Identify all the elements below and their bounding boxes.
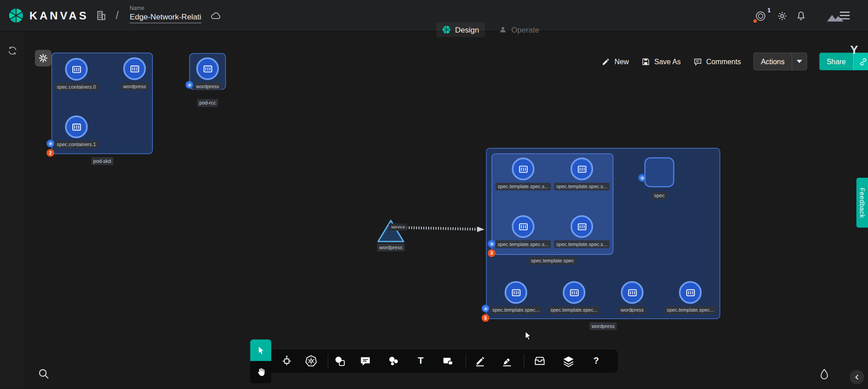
text-tool[interactable]: T xyxy=(411,352,430,371)
group-spec-template-spec[interactable] xyxy=(491,153,613,255)
pen-tool[interactable] xyxy=(498,352,517,371)
help-tool[interactable]: ? xyxy=(587,352,606,371)
save-floppy-icon xyxy=(641,57,651,66)
save-as-button[interactable]: Save As xyxy=(641,57,681,66)
component-icon xyxy=(280,355,293,368)
drawer-icon xyxy=(533,355,546,368)
node-spec.template.spec...[interactable] xyxy=(563,281,585,304)
notifications-bell-icon[interactable] xyxy=(795,10,807,22)
kubernetes-badge-icon xyxy=(489,241,494,246)
context-count-badge: 1 xyxy=(768,7,771,13)
pan-tool[interactable] xyxy=(250,361,271,383)
comment-tool[interactable] xyxy=(356,352,375,371)
cloud-sync-icon[interactable] xyxy=(209,10,222,22)
bubbles-icon xyxy=(387,355,400,368)
component-tool[interactable] xyxy=(277,352,296,371)
kanvas-logo-text: KANVAS xyxy=(29,9,89,22)
container-icon xyxy=(627,287,637,298)
shapes-icon xyxy=(333,355,346,368)
settings-gear-icon[interactable] xyxy=(776,10,788,22)
new-button-label: New xyxy=(614,57,629,66)
canvas-toolbar: New Save As Comments Actions Share xyxy=(601,52,868,70)
snowflake-button[interactable] xyxy=(35,50,52,66)
container-icon xyxy=(576,221,587,232)
tab-design-label: Design xyxy=(455,25,479,34)
collapse-right-panel-button[interactable] xyxy=(850,370,864,384)
actions-dropdown-toggle[interactable] xyxy=(792,53,807,70)
hamburger-menu-icon[interactable] xyxy=(839,10,850,20)
kubernetes-tool[interactable] xyxy=(302,352,321,371)
container-icon xyxy=(685,287,696,298)
caret-down-icon xyxy=(797,60,802,63)
group-label: wordpress xyxy=(590,323,617,330)
frame-tool[interactable] xyxy=(439,352,458,371)
shapes-tool[interactable] xyxy=(330,352,349,371)
node-spec.template.spec...[interactable] xyxy=(679,281,702,304)
tool-dock: T ? xyxy=(271,350,618,373)
container-icon xyxy=(518,163,528,174)
node-label: spec.template.spec... xyxy=(665,306,716,314)
tab-design[interactable]: Design xyxy=(436,22,485,37)
layers-tool[interactable] xyxy=(559,352,578,371)
node-spec.template.spec.s...[interactable] xyxy=(571,215,593,238)
node-spec.containers.1[interactable] xyxy=(65,115,88,138)
tab-operate[interactable]: Operate xyxy=(492,22,545,37)
node-spec.template.spec.s...[interactable] xyxy=(571,157,593,180)
kanvas-logo[interactable]: KANVAS xyxy=(8,7,89,24)
design-name-field: Name xyxy=(130,5,202,23)
kubernetes-badge-icon xyxy=(187,82,192,87)
select-tool[interactable] xyxy=(250,340,271,361)
container-icon xyxy=(569,287,580,298)
ink-droplet-button[interactable] xyxy=(818,368,831,383)
layers-icon xyxy=(562,355,575,368)
node-spec[interactable] xyxy=(644,157,674,187)
save-as-button-label: Save As xyxy=(654,57,680,66)
kanvas-logo-icon xyxy=(8,7,24,24)
bubbles-tool[interactable] xyxy=(384,352,403,371)
share-button[interactable]: Share xyxy=(820,52,868,70)
feedback-tab[interactable]: Feedback xyxy=(856,178,868,228)
node-wordpress[interactable] xyxy=(377,218,406,244)
dock-divider xyxy=(328,354,328,368)
history-sync-icon[interactable] xyxy=(6,44,19,57)
service-triangle-icon xyxy=(377,218,406,244)
kubernetes-badge xyxy=(481,304,489,312)
node-label: wordpress xyxy=(194,82,222,90)
kubernetes-badge xyxy=(638,174,646,181)
layer5-y-logo[interactable]: Y xyxy=(850,43,858,57)
kubernetes-badge xyxy=(488,240,495,247)
node-wordpress[interactable] xyxy=(621,281,643,304)
workspace-building-icon[interactable] xyxy=(95,9,108,22)
drawer-tool[interactable] xyxy=(530,352,549,371)
node-wordpress[interactable] xyxy=(196,57,219,80)
design-name-input[interactable] xyxy=(130,12,202,23)
pen-icon xyxy=(500,355,514,368)
container-icon xyxy=(576,163,587,174)
actions-button[interactable]: Actions xyxy=(753,52,807,70)
pencil-tool[interactable] xyxy=(471,352,490,371)
node-spec.containers.0[interactable] xyxy=(65,58,88,81)
node-spec.template.spec.s...[interactable] xyxy=(512,215,534,238)
k8s-context-token[interactable]: 1 xyxy=(755,10,767,22)
zoom-search-button[interactable] xyxy=(37,367,51,384)
dock-divider xyxy=(524,354,524,368)
container-icon xyxy=(202,63,213,74)
node-wordpress[interactable] xyxy=(123,57,146,80)
design-name-label: Name xyxy=(130,5,202,11)
node-label: spec xyxy=(652,192,667,199)
new-button[interactable]: New xyxy=(601,57,629,66)
link-icon xyxy=(859,57,868,66)
text-tool-icon: T xyxy=(418,356,424,366)
magnifier-icon xyxy=(37,367,51,381)
count-badge: 2 xyxy=(47,149,54,157)
comments-button[interactable]: Comments xyxy=(693,57,741,66)
kubernetes-badge xyxy=(47,140,54,147)
view-switcher: Design Operate xyxy=(436,22,545,37)
node-spec.template.spec...[interactable] xyxy=(505,281,527,304)
node-label: wordpress xyxy=(121,82,148,90)
node-label: spec.containers.1 xyxy=(55,141,98,148)
node-spec.template.spec.s...[interactable] xyxy=(512,157,534,180)
node-label: wordpress xyxy=(377,244,405,251)
left-rail xyxy=(0,32,25,389)
container-icon xyxy=(129,63,140,74)
